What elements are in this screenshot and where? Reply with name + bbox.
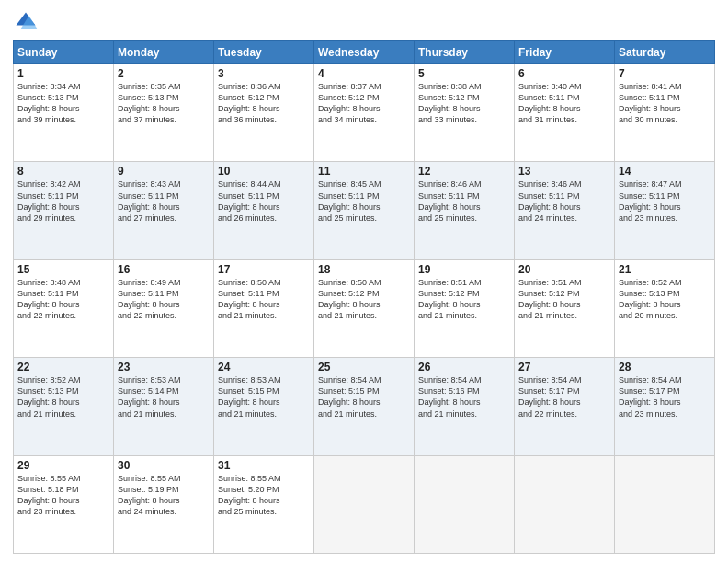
day-number: 4 <box>318 67 410 80</box>
calendar-cell: 8Sunrise: 8:42 AM Sunset: 5:11 PM Daylig… <box>14 162 114 259</box>
weekday-header-cell: Monday <box>114 41 214 64</box>
day-number: 26 <box>418 361 510 373</box>
cell-details: Sunrise: 8:34 AM Sunset: 5:13 PM Dayligh… <box>17 81 109 126</box>
day-number: 18 <box>318 263 410 276</box>
cell-details: Sunrise: 8:45 AM Sunset: 5:11 PM Dayligh… <box>318 178 410 224</box>
day-number: 11 <box>318 165 410 178</box>
calendar-cell <box>615 455 715 553</box>
cell-details: Sunrise: 8:46 AM Sunset: 5:11 PM Dayligh… <box>418 178 510 224</box>
day-number: 6 <box>518 67 610 80</box>
weekday-header-cell: Saturday <box>615 41 715 64</box>
day-number: 5 <box>418 67 510 80</box>
calendar-cell <box>515 455 615 553</box>
calendar-cell: 3Sunrise: 8:36 AM Sunset: 5:12 PM Daylig… <box>214 64 314 162</box>
calendar-cell <box>314 455 415 553</box>
cell-details: Sunrise: 8:41 AM Sunset: 5:11 PM Dayligh… <box>619 81 711 126</box>
cell-details: Sunrise: 8:52 AM Sunset: 5:13 PM Dayligh… <box>17 374 109 419</box>
calendar-cell: 18Sunrise: 8:50 AM Sunset: 5:12 PM Dayli… <box>314 259 415 357</box>
day-number: 1 <box>17 67 109 80</box>
day-number: 25 <box>318 361 410 373</box>
weekday-header-row: SundayMondayTuesdayWednesdayThursdayFrid… <box>14 41 715 64</box>
cell-details: Sunrise: 8:54 AM Sunset: 5:15 PM Dayligh… <box>318 374 410 419</box>
calendar-week-row: 15Sunrise: 8:48 AM Sunset: 5:11 PM Dayli… <box>14 259 715 357</box>
cell-details: Sunrise: 8:42 AM Sunset: 5:11 PM Dayligh… <box>17 178 109 224</box>
calendar-body: 1Sunrise: 8:34 AM Sunset: 5:13 PM Daylig… <box>14 64 715 554</box>
cell-details: Sunrise: 8:47 AM Sunset: 5:11 PM Dayligh… <box>619 178 711 224</box>
cell-details: Sunrise: 8:49 AM Sunset: 5:11 PM Dayligh… <box>118 277 210 322</box>
day-number: 2 <box>118 67 210 80</box>
cell-details: Sunrise: 8:55 AM Sunset: 5:19 PM Dayligh… <box>118 473 210 518</box>
calendar-cell: 19Sunrise: 8:51 AM Sunset: 5:12 PM Dayli… <box>415 259 515 357</box>
calendar-cell: 15Sunrise: 8:48 AM Sunset: 5:11 PM Dayli… <box>14 259 114 357</box>
cell-details: Sunrise: 8:37 AM Sunset: 5:12 PM Dayligh… <box>318 81 410 126</box>
logo <box>13 9 42 35</box>
weekday-header-cell: Friday <box>515 41 615 64</box>
cell-details: Sunrise: 8:46 AM Sunset: 5:11 PM Dayligh… <box>518 178 610 224</box>
day-number: 27 <box>518 361 610 373</box>
calendar-cell: 17Sunrise: 8:50 AM Sunset: 5:11 PM Dayli… <box>214 259 314 357</box>
day-number: 20 <box>518 263 610 276</box>
cell-details: Sunrise: 8:43 AM Sunset: 5:11 PM Dayligh… <box>118 178 210 224</box>
day-number: 10 <box>218 165 310 178</box>
calendar-cell: 6Sunrise: 8:40 AM Sunset: 5:11 PM Daylig… <box>515 64 615 162</box>
day-number: 13 <box>518 165 610 178</box>
day-number: 15 <box>17 263 109 276</box>
day-number: 21 <box>619 263 711 276</box>
cell-details: Sunrise: 8:40 AM Sunset: 5:11 PM Dayligh… <box>518 81 610 126</box>
calendar-table: SundayMondayTuesdayWednesdayThursdayFrid… <box>13 40 715 554</box>
calendar-cell: 23Sunrise: 8:53 AM Sunset: 5:14 PM Dayli… <box>114 358 214 455</box>
day-number: 28 <box>619 361 711 373</box>
calendar-cell: 11Sunrise: 8:45 AM Sunset: 5:11 PM Dayli… <box>314 162 415 259</box>
calendar-cell: 30Sunrise: 8:55 AM Sunset: 5:19 PM Dayli… <box>114 455 214 553</box>
cell-details: Sunrise: 8:53 AM Sunset: 5:14 PM Dayligh… <box>118 374 210 419</box>
calendar-cell: 27Sunrise: 8:54 AM Sunset: 5:17 PM Dayli… <box>515 358 615 455</box>
weekday-header-cell: Tuesday <box>214 41 314 64</box>
day-number: 31 <box>218 459 310 472</box>
weekday-header-cell: Wednesday <box>314 41 415 64</box>
header <box>13 9 715 35</box>
cell-details: Sunrise: 8:55 AM Sunset: 5:18 PM Dayligh… <box>17 473 109 518</box>
calendar-cell: 14Sunrise: 8:47 AM Sunset: 5:11 PM Dayli… <box>615 162 715 259</box>
cell-details: Sunrise: 8:44 AM Sunset: 5:11 PM Dayligh… <box>218 178 310 224</box>
day-number: 22 <box>17 361 109 373</box>
day-number: 7 <box>619 67 711 80</box>
cell-details: Sunrise: 8:55 AM Sunset: 5:20 PM Dayligh… <box>218 473 310 518</box>
calendar-cell: 10Sunrise: 8:44 AM Sunset: 5:11 PM Dayli… <box>214 162 314 259</box>
calendar-cell: 16Sunrise: 8:49 AM Sunset: 5:11 PM Dayli… <box>114 259 214 357</box>
calendar-cell: 12Sunrise: 8:46 AM Sunset: 5:11 PM Dayli… <box>415 162 515 259</box>
cell-details: Sunrise: 8:51 AM Sunset: 5:12 PM Dayligh… <box>518 277 610 322</box>
day-number: 8 <box>17 165 109 178</box>
calendar-cell: 4Sunrise: 8:37 AM Sunset: 5:12 PM Daylig… <box>314 64 415 162</box>
calendar-cell: 13Sunrise: 8:46 AM Sunset: 5:11 PM Dayli… <box>515 162 615 259</box>
calendar-cell: 20Sunrise: 8:51 AM Sunset: 5:12 PM Dayli… <box>515 259 615 357</box>
cell-details: Sunrise: 8:54 AM Sunset: 5:17 PM Dayligh… <box>619 374 711 419</box>
cell-details: Sunrise: 8:54 AM Sunset: 5:16 PM Dayligh… <box>418 374 510 419</box>
cell-details: Sunrise: 8:54 AM Sunset: 5:17 PM Dayligh… <box>518 374 610 419</box>
calendar-cell: 9Sunrise: 8:43 AM Sunset: 5:11 PM Daylig… <box>114 162 214 259</box>
day-number: 24 <box>218 361 310 373</box>
cell-details: Sunrise: 8:38 AM Sunset: 5:12 PM Dayligh… <box>418 81 510 126</box>
calendar-cell: 29Sunrise: 8:55 AM Sunset: 5:18 PM Dayli… <box>14 455 114 553</box>
logo-icon <box>13 9 39 35</box>
calendar-cell: 7Sunrise: 8:41 AM Sunset: 5:11 PM Daylig… <box>615 64 715 162</box>
day-number: 23 <box>118 361 210 373</box>
calendar-cell: 28Sunrise: 8:54 AM Sunset: 5:17 PM Dayli… <box>615 358 715 455</box>
calendar-cell: 24Sunrise: 8:53 AM Sunset: 5:15 PM Dayli… <box>214 358 314 455</box>
cell-details: Sunrise: 8:48 AM Sunset: 5:11 PM Dayligh… <box>17 277 109 322</box>
calendar-cell <box>415 455 515 553</box>
weekday-header-cell: Thursday <box>415 41 515 64</box>
day-number: 19 <box>418 263 510 276</box>
calendar-week-row: 29Sunrise: 8:55 AM Sunset: 5:18 PM Dayli… <box>14 455 715 553</box>
calendar-week-row: 22Sunrise: 8:52 AM Sunset: 5:13 PM Dayli… <box>14 358 715 455</box>
calendar-cell: 31Sunrise: 8:55 AM Sunset: 5:20 PM Dayli… <box>214 455 314 553</box>
calendar-cell: 21Sunrise: 8:52 AM Sunset: 5:13 PM Dayli… <box>615 259 715 357</box>
day-number: 9 <box>118 165 210 178</box>
day-number: 3 <box>218 67 310 80</box>
day-number: 29 <box>17 459 109 472</box>
cell-details: Sunrise: 8:52 AM Sunset: 5:13 PM Dayligh… <box>619 277 711 322</box>
day-number: 30 <box>118 459 210 472</box>
calendar-week-row: 8Sunrise: 8:42 AM Sunset: 5:11 PM Daylig… <box>14 162 715 259</box>
cell-details: Sunrise: 8:36 AM Sunset: 5:12 PM Dayligh… <box>218 81 310 126</box>
cell-details: Sunrise: 8:50 AM Sunset: 5:11 PM Dayligh… <box>218 277 310 322</box>
cell-details: Sunrise: 8:50 AM Sunset: 5:12 PM Dayligh… <box>318 277 410 322</box>
